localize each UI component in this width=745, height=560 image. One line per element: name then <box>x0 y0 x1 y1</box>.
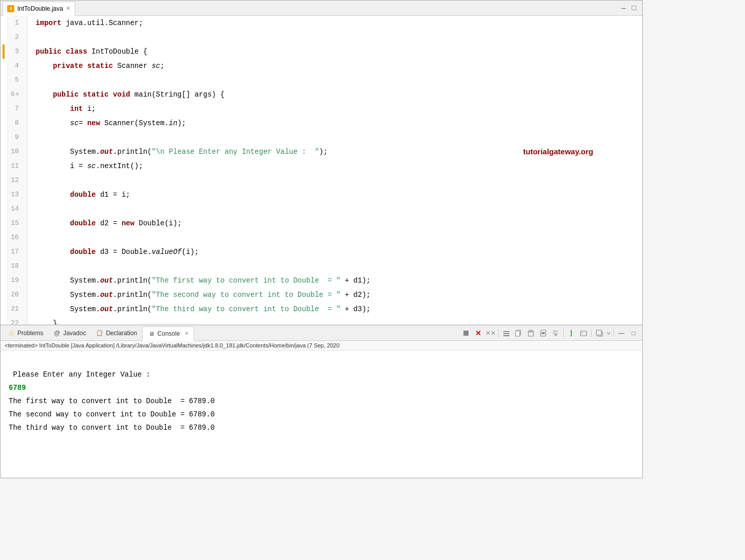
code-line-10: System.out.println("\n Please Enter any … <box>36 145 634 159</box>
word-wrap-button[interactable] <box>550 328 561 339</box>
svg-rect-9 <box>542 332 545 334</box>
console-dropdown-button[interactable] <box>606 328 611 339</box>
code-line-4: private static Scanner sc; <box>36 59 634 73</box>
svg-rect-2 <box>503 333 509 334</box>
line-num-17: 17 <box>11 245 23 259</box>
code-line-5 <box>36 73 634 87</box>
editor-area: 1 2 3 4 5 6⊖ 7 8 9 10 11 12 13 14 15 16 … <box>1 16 642 324</box>
line-num-7: 7 <box>11 102 23 116</box>
svg-rect-3 <box>503 335 509 336</box>
console-output-line-2: Please Enter any Integer Value : <box>9 368 634 381</box>
line-num-20: 20 <box>11 288 23 302</box>
bottom-panel: ⚠ Problems @ Javadoc 📋 Declaration 🖥 Con… <box>1 324 642 478</box>
code-line-11: i = sc.nextInt(); <box>36 159 634 173</box>
code-line-2 <box>36 30 634 44</box>
svg-rect-1 <box>503 331 509 332</box>
code-line-7: int i; <box>36 102 634 116</box>
minimize-panel-button[interactable]: — <box>616 328 627 339</box>
line-num-8: 8 <box>11 116 23 130</box>
line-num-18: 18 <box>11 259 23 273</box>
line-num-14: 14 <box>11 202 23 216</box>
tab-javadoc[interactable]: @ Javadoc <box>49 326 91 340</box>
line-num-22: 22 <box>11 316 23 324</box>
toolbar-separator-2 <box>563 329 564 337</box>
line-num-9: 9 <box>11 130 23 145</box>
editor-tab[interactable]: J IntToDouble.java ✕ <box>3 2 75 16</box>
problems-label: Problems <box>17 330 43 337</box>
remove-button[interactable]: ✕✕ <box>485 328 496 339</box>
main-window: J IntToDouble.java ✕ — □ <box>0 0 643 478</box>
terminate-button[interactable]: ✕ <box>473 328 484 339</box>
pin-button[interactable] <box>566 328 577 339</box>
line-num-19: 19 <box>11 273 23 288</box>
svg-rect-5 <box>516 331 520 336</box>
console-icon: 🖥 <box>148 330 155 337</box>
editor-gutter <box>1 16 7 324</box>
line-num-3: 3 <box>11 44 23 59</box>
code-line-19: System.out.println("The first way to con… <box>36 273 634 288</box>
paste-button[interactable] <box>525 328 537 339</box>
javadoc-label: Javadoc <box>63 330 86 337</box>
window-controls: — □ <box>619 4 642 12</box>
code-line-3: public class IntToDouble { <box>36 44 634 59</box>
line-num-21: 21 <box>11 302 23 316</box>
code-line-20: System.out.println("The second way to co… <box>36 288 634 302</box>
toolbar-separator-1 <box>498 329 499 337</box>
code-line-9 <box>36 130 634 145</box>
open-console-button[interactable] <box>578 328 589 339</box>
code-line-1: import java.util.Scanner; <box>36 16 634 30</box>
svg-rect-0 <box>463 331 469 336</box>
console-output-line-6: The third way to convert int to Double =… <box>9 421 634 434</box>
code-line-15: double d2 = new Double(i); <box>36 216 634 230</box>
maximize-panel-button[interactable]: □ <box>628 328 639 339</box>
line-num-6: 6⊖ <box>11 87 23 102</box>
console-label: Console <box>157 330 180 337</box>
copy-button[interactable] <box>513 328 524 339</box>
tab-console[interactable]: 🖥 Console ✕ <box>142 326 194 341</box>
code-line-17: double d3 = Double.valueOf(i); <box>36 245 634 259</box>
console-output-line-3: 6789 <box>9 381 634 394</box>
toolbar-separator-3 <box>591 329 592 337</box>
panel-toolbar: ✕ ✕✕ <box>460 328 642 339</box>
stop-button[interactable] <box>460 328 472 339</box>
svg-rect-7 <box>529 330 532 332</box>
line-num-16: 16 <box>11 230 23 245</box>
line-num-11: 11 <box>11 159 23 173</box>
code-line-12 <box>36 173 634 188</box>
javadoc-icon: @ <box>54 330 61 337</box>
line-num-1: 1 <box>11 16 23 30</box>
console-close-icon[interactable]: ✕ <box>184 331 189 336</box>
line-num-4: 4 <box>11 59 23 73</box>
tab-label: IntToDouble.java <box>17 5 63 12</box>
line-num-13: 13 <box>11 188 23 202</box>
scroll-lock-button[interactable] <box>538 328 549 339</box>
code-line-16 <box>36 230 634 245</box>
console-output[interactable]: Please Enter any Integer Value : 6789 Th… <box>1 351 642 478</box>
code-line-18 <box>36 259 634 273</box>
line-num-12: 12 <box>11 173 23 188</box>
problems-icon: ⚠ <box>8 330 15 337</box>
svg-rect-12 <box>580 331 587 336</box>
code-line-22: } <box>36 316 634 324</box>
tab-problems[interactable]: ⚠ Problems <box>3 326 49 340</box>
declaration-icon: 📋 <box>96 330 103 337</box>
tab-close-button[interactable]: ✕ <box>66 5 71 12</box>
code-line-6: public static void main(String[] args) { <box>36 87 634 102</box>
code-line-13: double d1 = i; <box>36 188 634 202</box>
line-numbers: 1 2 3 4 5 6⊖ 7 8 9 10 11 12 13 14 15 16 … <box>7 16 28 324</box>
new-console-button[interactable] <box>594 328 605 339</box>
code-content[interactable]: import java.util.Scanner; public class I… <box>28 16 642 324</box>
minimize-button[interactable]: — <box>619 4 627 12</box>
line-num-5: 5 <box>11 73 23 87</box>
tab-bar: J IntToDouble.java ✕ — □ <box>1 1 642 16</box>
maximize-button[interactable]: □ <box>630 4 638 12</box>
code-line-8: sc= new Scanner(System.in); <box>36 116 634 130</box>
code-line-21: System.out.println("The third way to con… <box>36 302 634 316</box>
console-status-text: <terminated> IntToDouble [Java Applicati… <box>5 342 339 348</box>
clear-console-button[interactable] <box>501 328 512 339</box>
java-file-icon: J <box>7 5 14 12</box>
svg-rect-13 <box>596 330 601 335</box>
console-output-line-4: The first way to convert int to Double =… <box>9 394 634 408</box>
tab-declaration[interactable]: 📋 Declaration <box>91 326 142 340</box>
declaration-label: Declaration <box>106 330 137 337</box>
